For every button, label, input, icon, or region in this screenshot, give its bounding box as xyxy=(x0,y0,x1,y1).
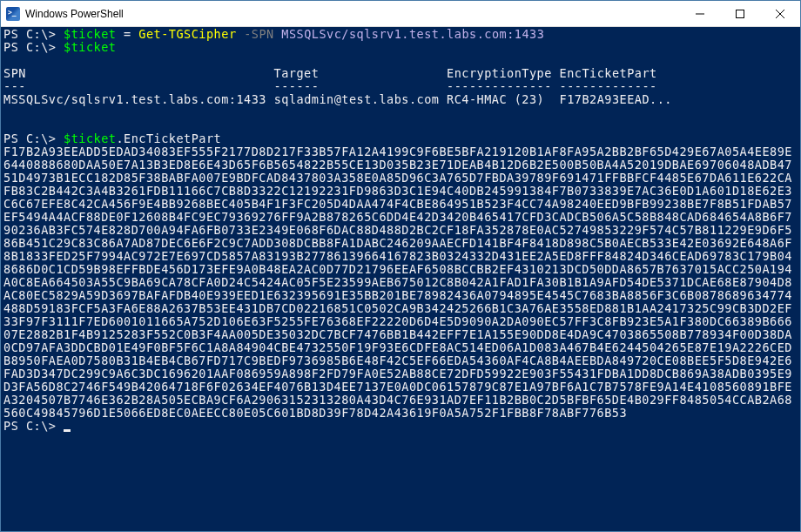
cmdlet: Get-TGSCipher xyxy=(138,27,236,41)
table-header-spn: SPN xyxy=(3,66,26,80)
window-titlebar: Windows PowerShell xyxy=(1,1,800,27)
prompt: PS C:\> xyxy=(3,40,56,54)
close-button[interactable] xyxy=(760,1,800,26)
prompt: PS C:\> xyxy=(3,27,56,41)
table-header-enc-ticket: EncTicketPart xyxy=(560,66,657,80)
hex-output: F17B2A93EEADD5EDAD34083EF555F2177D8D217F… xyxy=(3,145,792,420)
prompt: PS C:\> xyxy=(3,419,56,433)
table-header-target: Target xyxy=(274,66,320,80)
window-title: Windows PowerShell xyxy=(25,8,680,20)
minimize-button[interactable] xyxy=(680,1,720,26)
variable: $ticket xyxy=(64,131,116,145)
table-row: MSSQLSvc/sqlsrv1.test.labs.com:1433 xyxy=(3,92,266,106)
argument: MSSQLSvc/sqlsrv1.test.labs.com:1433 xyxy=(281,27,544,41)
svg-rect-1 xyxy=(737,10,744,17)
maximize-button[interactable] xyxy=(720,1,760,26)
prompt: PS C:\> xyxy=(3,131,56,145)
table-header-enc-type: EncryptionType xyxy=(447,66,552,80)
variable: $ticket xyxy=(64,27,116,41)
variable: $ticket xyxy=(64,40,116,54)
powershell-icon xyxy=(6,7,20,21)
terminal-area[interactable]: PS C:\> $ticket = Get-TGSCipher -SPN MSS… xyxy=(1,27,800,531)
window-controls xyxy=(680,1,800,26)
parameter: -SPN xyxy=(244,27,274,41)
cursor xyxy=(64,429,71,432)
member-access: .EncTicketPart xyxy=(116,131,221,145)
